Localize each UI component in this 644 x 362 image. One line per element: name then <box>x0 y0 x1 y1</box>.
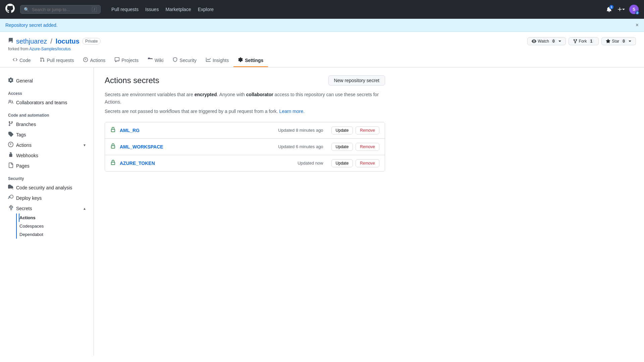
sidebar-deploy-keys-label: Deploy keys <box>16 195 42 201</box>
sidebar-actions-secret-label: Actions <box>19 215 36 220</box>
sidebar-item-deploy-keys[interactable]: Deploy keys <box>0 193 94 203</box>
watch-button[interactable]: Watch 0 <box>527 37 566 45</box>
sidebar-item-collaborators[interactable]: Collaborators and teams <box>0 97 94 108</box>
projects-tab-icon <box>115 57 119 63</box>
sidebar-tags-label: Tags <box>16 132 26 137</box>
update-button-aml-rg[interactable]: Update <box>331 126 353 134</box>
topnav-issues[interactable]: Issues <box>143 5 161 14</box>
github-logo-icon[interactable] <box>5 4 15 15</box>
wiki-tab-icon <box>148 57 153 63</box>
sidebar-section-access: Access <box>0 86 94 97</box>
tab-code-label: Code <box>19 58 31 63</box>
pages-icon <box>8 163 13 169</box>
tab-actions[interactable]: Actions <box>78 54 110 67</box>
secrets-list: AML_RG Updated 8 minutes ago Update Remo… <box>105 122 385 172</box>
banner-close-button[interactable]: × <box>636 22 639 28</box>
topnav-pull-requests[interactable]: Pull requests <box>109 5 141 14</box>
sidebar-item-tags[interactable]: Tags <box>0 129 94 140</box>
create-button[interactable] <box>616 5 627 13</box>
update-button-aml-workspace[interactable]: Update <box>331 143 353 151</box>
forked-from-link[interactable]: Azure-Samples/locutus <box>29 47 70 51</box>
secrets-icon <box>8 205 13 212</box>
repo-tabs: Code Pull requests Actions Projects Wiki <box>8 54 636 67</box>
avatar-badge: 2 <box>635 11 639 15</box>
learn-more-link[interactable]: Learn more. <box>279 109 305 114</box>
table-row: AZURE_TOKEN Updated now Update Remove <box>105 155 385 171</box>
tab-actions-label: Actions <box>90 58 105 63</box>
topnav: 🔍 / Pull requests Issues Marketplace Exp… <box>0 0 644 19</box>
collaborators-icon <box>8 99 13 106</box>
tab-wiki[interactable]: Wiki <box>143 54 168 67</box>
repo-name-link[interactable]: locutus <box>56 38 79 45</box>
pull-requests-tab-icon <box>40 57 45 63</box>
secret-name-aml-rg: AML_RG <box>120 128 278 133</box>
tab-pull-requests[interactable]: Pull requests <box>35 54 78 67</box>
sidebar-item-actions[interactable]: Actions ▾ <box>0 140 94 150</box>
repo-owner-link[interactable]: sethjuarez <box>16 38 47 45</box>
table-row: AML_WORKSPACE Updated 6 minutes ago Upda… <box>105 139 385 155</box>
sidebar-actions-label: Actions <box>16 142 32 148</box>
branches-icon <box>8 121 13 127</box>
sidebar-sub-item-dependabot[interactable]: Dependabot <box>19 230 94 239</box>
settings-tab-icon <box>238 57 243 63</box>
sidebar-item-general[interactable]: General <box>0 75 94 86</box>
sidebar-general-label: General <box>16 78 33 83</box>
search-shortcut: / <box>92 7 97 12</box>
sidebar-item-webhooks[interactable]: Webhooks <box>0 150 94 161</box>
star-button[interactable]: Star 0 <box>601 37 636 45</box>
remove-button-azure-token[interactable]: Remove <box>356 159 379 167</box>
lock-icon-azure-token <box>110 160 116 166</box>
tab-settings[interactable]: Settings <box>233 54 268 67</box>
tab-wiki-label: Wiki <box>155 58 163 63</box>
secrets-title: Actions secrets <box>105 76 159 85</box>
notifications-button[interactable]: 1 <box>605 5 613 13</box>
sidebar-item-branches[interactable]: Branches <box>0 119 94 129</box>
sidebar-webhooks-label: Webhooks <box>16 153 38 158</box>
sidebar-item-secrets[interactable]: Secrets ▴ <box>0 203 94 214</box>
code-tab-icon <box>13 57 17 63</box>
secrets-description: Secrets are environment variables that a… <box>105 91 385 106</box>
fork-button[interactable]: Fork 1 <box>569 37 599 45</box>
sidebar-item-pages[interactable]: Pages <box>0 161 94 171</box>
lock-icon-aml-workspace <box>110 143 116 150</box>
remove-button-aml-workspace[interactable]: Remove <box>356 143 379 151</box>
update-button-azure-token[interactable]: Update <box>331 159 353 167</box>
page-body: General Access Collaborators and teams C… <box>0 67 644 356</box>
sidebar-section-security: Security <box>0 171 94 182</box>
star-count: 0 <box>621 39 627 44</box>
repo-header: sethjuarez / locutus Private Watch 0 For… <box>0 32 644 67</box>
topnav-links: Pull requests Issues Marketplace Explore <box>109 5 216 14</box>
topnav-marketplace[interactable]: Marketplace <box>163 5 194 14</box>
tab-code[interactable]: Code <box>8 54 35 67</box>
tab-projects[interactable]: Projects <box>110 54 143 67</box>
sidebar-sub-item-codespaces[interactable]: Codespaces <box>19 222 94 230</box>
secret-name-azure-token: AZURE_TOKEN <box>120 161 298 166</box>
main-content: Actions secrets New repository secret Se… <box>94 67 396 356</box>
secrets-chevron-icon: ▴ <box>84 206 86 211</box>
avatar[interactable]: S 2 <box>629 5 639 14</box>
star-label: Star <box>612 39 619 44</box>
forked-from: forked from Azure-Samples/locutus <box>8 47 636 51</box>
sidebar-sub-item-actions[interactable]: Actions <box>19 214 94 222</box>
search-input[interactable] <box>32 7 89 12</box>
actions-chevron-icon: ▾ <box>84 143 86 147</box>
table-row: AML_RG Updated 8 minutes ago Update Remo… <box>105 122 385 139</box>
sidebar-item-code-security[interactable]: Code security and analysis <box>0 182 94 193</box>
new-repository-secret-button[interactable]: New repository secret <box>328 75 385 85</box>
general-icon <box>8 77 13 84</box>
tab-security-label: Security <box>179 58 197 63</box>
repo-title-row: sethjuarez / locutus Private Watch 0 For… <box>8 37 636 45</box>
lock-icon-aml-rg <box>110 127 116 133</box>
remove-button-aml-rg[interactable]: Remove <box>356 126 379 134</box>
actions-tab-icon <box>83 57 88 63</box>
topnav-explore[interactable]: Explore <box>195 5 216 14</box>
secrets-header: Actions secrets New repository secret <box>105 75 385 85</box>
search-box[interactable]: 🔍 / <box>20 5 101 14</box>
sidebar-secrets-label: Secrets <box>16 206 32 211</box>
tab-pull-requests-label: Pull requests <box>47 58 74 63</box>
tab-insights[interactable]: Insights <box>201 54 233 67</box>
tab-security[interactable]: Security <box>168 54 201 67</box>
tab-insights-label: Insights <box>213 58 229 63</box>
watch-label: Watch <box>538 39 549 44</box>
tags-icon <box>8 131 13 138</box>
